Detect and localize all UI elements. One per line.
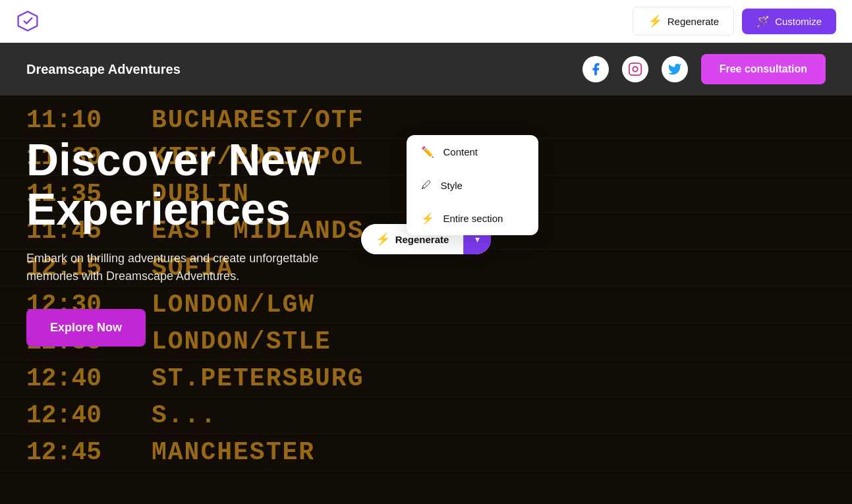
bolt-purple-icon: ⚡: [376, 232, 390, 246]
regen-dropdown-menu: ✏️ Content 🖊 Style ⚡ Entire section: [407, 135, 538, 235]
toolbar-left: [16, 9, 40, 33]
dropdown-content-label: Content: [443, 146, 478, 157]
hero-section: 11:10 BUCHAREST/OTF 11:30 KIEV/BORISPOL …: [0, 96, 852, 504]
dropdown-item-style[interactable]: 🖊 Style: [407, 169, 538, 202]
hero-heading-line2: Experiences: [26, 184, 291, 234]
navbar: Dreamscape Adventures Free consultation: [0, 43, 852, 96]
hero-content: Discover New Experiences Embark on thril…: [26, 135, 369, 347]
facebook-icon[interactable]: [582, 56, 609, 82]
hero-heading-line1: Discover New: [26, 134, 320, 184]
customize-button[interactable]: 🪄 Customize: [742, 9, 836, 34]
regenerate-button[interactable]: ⚡ Regenerate: [633, 7, 734, 36]
toolbar-right: ⚡ Regenerate 🪄 Customize: [633, 7, 836, 36]
svg-rect-0: [629, 63, 640, 75]
brush-icon: 🖊: [421, 179, 432, 191]
nav-right: Free consultation: [582, 54, 826, 84]
twitter-icon[interactable]: [662, 56, 688, 82]
free-consultation-button[interactable]: Free consultation: [701, 54, 826, 84]
dora-logo: [16, 9, 40, 33]
regenerate-label: Regenerate: [667, 16, 719, 27]
bolt-icon-dropdown: ⚡: [421, 212, 434, 225]
dropdown-entire-section-label: Entire section: [443, 213, 503, 224]
instagram-icon[interactable]: [622, 56, 648, 82]
site-title: Dreamscape Adventures: [26, 62, 181, 77]
toolbar: ⚡ Regenerate 🪄 Customize: [0, 0, 852, 43]
hero-subtext: Embark on thrilling adventures and creat…: [26, 250, 369, 285]
explore-now-button[interactable]: Explore Now: [26, 309, 146, 347]
bolt-icon: ⚡: [648, 14, 662, 28]
regen-pill-label: Regenerate: [395, 234, 449, 245]
dropdown-item-content[interactable]: ✏️ Content: [407, 135, 538, 169]
pencil-icon: ✏️: [421, 146, 434, 158]
customize-label: Customize: [775, 16, 822, 27]
wand-icon: 🪄: [756, 15, 770, 28]
dropdown-item-entire-section[interactable]: ⚡ Entire section: [407, 202, 538, 235]
dropdown-style-label: Style: [441, 180, 463, 191]
hero-heading: Discover New Experiences: [26, 135, 369, 234]
chevron-down-icon: ▾: [475, 234, 480, 244]
